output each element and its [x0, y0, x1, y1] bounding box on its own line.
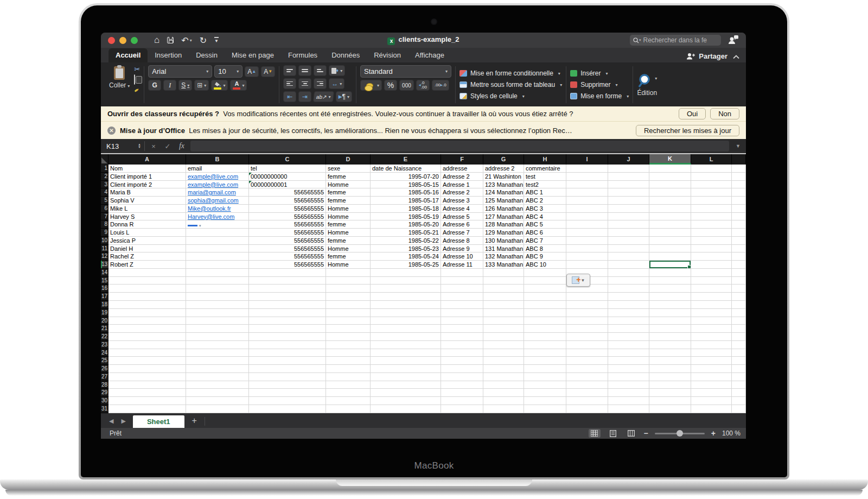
cell-J22[interactable] [608, 333, 649, 341]
undo-icon[interactable]: ↶▾ [181, 35, 192, 46]
column-header-L[interactable]: L [691, 154, 732, 165]
cell-B8[interactable]: ▾ [186, 220, 249, 229]
cell-E27[interactable] [371, 373, 441, 381]
cell-L23[interactable] [691, 341, 732, 349]
cell-D7[interactable]: Homme [326, 213, 371, 221]
cell-L3[interactable] [691, 181, 732, 189]
cell-G8[interactable]: 128 Manathan [483, 220, 524, 229]
cell-J31[interactable] [608, 405, 649, 413]
font-name-select[interactable]: Arial▾ [148, 65, 212, 78]
cell-L27[interactable] [691, 373, 732, 381]
row-header-9[interactable]: 9 [101, 229, 108, 237]
cell-L7[interactable] [691, 213, 732, 221]
cell-C4[interactable]: 556565555 [249, 188, 326, 197]
cell-M7[interactable] [732, 213, 746, 221]
cell-H5[interactable]: ABC 2 [524, 197, 566, 205]
cell-A8[interactable]: Donna R [108, 220, 186, 229]
cell-H13[interactable]: ABC 10 [524, 261, 566, 269]
cell-C23[interactable] [249, 341, 326, 349]
align-middle-icon[interactable] [298, 65, 311, 76]
cell-F9[interactable]: Adresse 7 [441, 229, 483, 237]
next-sheet-icon[interactable]: ▶ [117, 418, 129, 428]
redo-icon[interactable]: ↻ [200, 35, 207, 46]
cell-I5[interactable] [566, 197, 608, 205]
cell-M22[interactable] [732, 333, 746, 341]
cell-L6[interactable] [691, 205, 732, 213]
decrease-font-icon[interactable]: A▼ [261, 66, 275, 77]
cell-I30[interactable] [566, 397, 608, 405]
cell-A23[interactable] [108, 341, 186, 349]
thousands-format-icon[interactable]: 000 [399, 80, 414, 91]
cell-H24[interactable] [524, 349, 566, 357]
cell-A25[interactable] [108, 357, 186, 365]
cell-G10[interactable]: 130 Manathan [483, 237, 524, 245]
cell-E23[interactable] [371, 341, 441, 349]
cell-M9[interactable] [732, 229, 746, 237]
page-break-view-icon[interactable] [626, 429, 637, 438]
zoom-window-button[interactable] [131, 37, 138, 44]
cell-K23[interactable] [649, 341, 691, 349]
align-left-icon[interactable] [283, 78, 296, 89]
cell-D3[interactable]: Homme [326, 181, 371, 189]
cell-G16[interactable] [483, 285, 524, 293]
cell-K9[interactable] [649, 229, 691, 237]
cell-D21[interactable] [326, 325, 371, 333]
cell-F8[interactable]: Adresse 6 [441, 220, 483, 229]
cell-F7[interactable]: Adresse 5 [441, 213, 483, 221]
align-top-icon[interactable] [283, 65, 296, 76]
cell-L16[interactable] [691, 285, 732, 293]
add-sheet-button[interactable]: + [184, 416, 205, 428]
cell-A5[interactable]: Sophia V [108, 197, 186, 205]
row-header-4[interactable]: 4 [101, 188, 108, 197]
fill-color-icon[interactable]: ▾ [211, 80, 228, 91]
cell-H29[interactable] [524, 389, 566, 397]
cell-J23[interactable] [608, 341, 649, 349]
cell-A16[interactable] [108, 285, 186, 293]
cell-M10[interactable] [732, 237, 746, 245]
cell-B17[interactable] [186, 293, 249, 301]
cell-D28[interactable] [326, 381, 371, 389]
cell-A24[interactable] [108, 349, 186, 357]
cell-A30[interactable] [108, 397, 186, 405]
oui-button[interactable]: Oui [679, 108, 706, 119]
row-header-2[interactable]: 2 [101, 173, 108, 181]
cell-D12[interactable]: femme [326, 252, 371, 261]
cell-I29[interactable] [566, 389, 608, 397]
expand-formula-bar-icon[interactable]: ▼ [732, 143, 744, 149]
cell-L17[interactable] [691, 293, 732, 301]
cell-C6[interactable]: 556565555 [249, 205, 326, 213]
cell-I21[interactable] [566, 325, 608, 333]
cell-H22[interactable] [524, 333, 566, 341]
cell-F4[interactable]: Adresse 2 [441, 188, 483, 197]
cell-G30[interactable] [483, 397, 524, 405]
confirm-entry-icon[interactable]: ✓ [162, 142, 173, 150]
cell-H19[interactable] [524, 309, 566, 317]
cell-G31[interactable] [483, 405, 524, 413]
page-layout-view-icon[interactable] [607, 429, 619, 438]
conditional-formatting-button[interactable]: Mise en forme conditionnelle▾ [459, 69, 562, 78]
cell-C25[interactable] [249, 357, 326, 365]
cell-B31[interactable] [186, 405, 249, 413]
row-header-13[interactable]: 13 [101, 261, 108, 269]
cell-J29[interactable] [608, 389, 649, 397]
cell-F10[interactable]: Adresse 8 [441, 237, 483, 245]
cell-I3[interactable] [566, 181, 608, 189]
cell-E19[interactable] [371, 309, 441, 317]
cell-K3[interactable] [649, 181, 691, 189]
cell-E24[interactable] [371, 349, 441, 357]
tab-insertion[interactable]: Insertion [148, 48, 189, 62]
cell-E29[interactable] [371, 389, 441, 397]
italic-button[interactable]: I [163, 80, 176, 91]
cell-K19[interactable] [649, 309, 691, 317]
cell-G28[interactable] [483, 381, 524, 389]
cell-E5[interactable]: 1985-05-17 [371, 197, 441, 205]
cell-M8[interactable] [732, 220, 746, 229]
cell-H12[interactable]: ABC 9 [524, 252, 566, 261]
cell-C20[interactable] [249, 317, 326, 325]
cell-D18[interactable] [326, 301, 371, 309]
cell-H14[interactable] [524, 269, 566, 277]
cell-H1[interactable]: commentaire [524, 165, 566, 173]
row-header-5[interactable]: 5 [101, 197, 108, 205]
cell-M19[interactable] [732, 309, 746, 317]
cell-C29[interactable] [249, 389, 326, 397]
